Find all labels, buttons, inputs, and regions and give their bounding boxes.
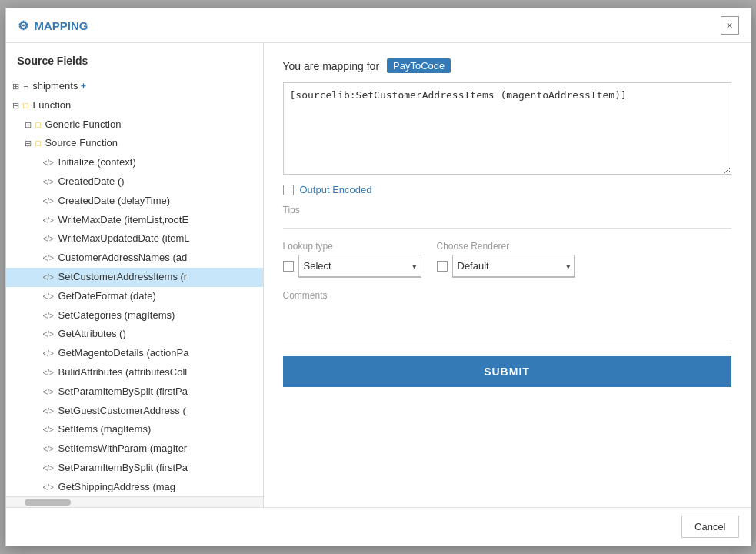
tree-item-setguestcustomeraddress[interactable]: </> SetGuestCustomerAddress ( xyxy=(6,402,263,421)
tree-item-setitemswithparam[interactable]: </> SetItemsWithParam (magIter xyxy=(6,439,263,459)
lookup-select-wrapper: Select Option 1 Option 2 xyxy=(298,255,421,278)
tag-icon-setguestcustomeraddress: </> xyxy=(43,407,54,416)
renderer-checkbox[interactable] xyxy=(437,261,448,272)
tree-item-getdateformat[interactable]: </> GetDateFormat (date) xyxy=(6,287,263,306)
mapping-for-row: You are mapping for PayToCode xyxy=(283,58,731,73)
output-encoded-checkbox[interactable] xyxy=(283,185,294,195)
tag-icon-getattributes: </> xyxy=(43,330,54,339)
collapse2-icon: ⊟ xyxy=(25,138,32,148)
tag-icon-setitems: </> xyxy=(43,426,54,434)
close-icon: × xyxy=(726,19,732,32)
tree-item-getshippingaddress[interactable]: </> GetShippingAddress (mag xyxy=(6,478,263,496)
left-panel: Source Fields ⊞ ≡ shipments + ⊟ □ Functi… xyxy=(6,43,264,507)
tag-icon-initialize: </> xyxy=(43,159,54,167)
tag-icon-createddate1: </> xyxy=(43,178,54,186)
tree-item-getmagentodetails[interactable]: </> GetMagentoDetails (actionPa xyxy=(6,344,263,363)
folder3-icon: □ xyxy=(35,138,41,148)
tree-label-customeraddressnames: CustomerAddressNames (ad xyxy=(58,252,188,263)
tree-label-getmagentodetails: GetMagentoDetails (actionPa xyxy=(58,347,189,359)
tree-item-customeraddressnames[interactable]: </> CustomerAddressNames (ad xyxy=(6,249,263,268)
tree-item-generic-function[interactable]: ⊞ □ Generic Function xyxy=(6,115,263,135)
add-icon[interactable]: + xyxy=(81,81,86,92)
tree-label-writemaxupdateddate: WriteMaxUpdatedDate (itemL xyxy=(58,232,190,244)
tag-icon-setcategories: </> xyxy=(43,312,54,320)
mapping-for-prefix: You are mapping for xyxy=(283,60,380,72)
modal-header: ⚙ MAPPING × xyxy=(6,8,751,43)
modal-title: ⚙ MAPPING xyxy=(18,18,88,33)
close-button[interactable]: × xyxy=(721,16,739,35)
tag-icon-writemaxupdateddate: </> xyxy=(43,235,54,243)
tree-item-initialize[interactable]: </> Initialize (context) xyxy=(6,153,263,172)
tree-item-setcustomeraddressitems[interactable]: </> SetCustomerAddressItems (r xyxy=(6,268,263,287)
tag-icon-setparamitembysplit1: </> xyxy=(43,388,54,396)
tree-label-setcategories: SetCategories (magItems) xyxy=(58,309,175,321)
tag-icon-setparamitembysplit2: </> xyxy=(43,464,54,472)
tag-icon-bulidattributes: </> xyxy=(43,369,54,377)
lookup-select-row: Select Option 1 Option 2 xyxy=(283,255,421,278)
tree-item-bulidattributes[interactable]: </> BulidAttributes (attributesColl xyxy=(6,363,263,382)
formula-textarea[interactable] xyxy=(283,82,731,175)
tree-label-setitemswithparam: SetItemsWithParam (magIter xyxy=(58,442,188,454)
tag-icon-createddate2: </> xyxy=(43,197,54,205)
mapping-modal: ⚙ MAPPING × Source Fields ⊞ ≡ shipments … xyxy=(5,8,751,546)
tag-icon-setcustomeraddressitems: </> xyxy=(43,273,54,282)
tree-item-writemaxdate[interactable]: </> WriteMaxDate (itemList,rootE xyxy=(6,211,263,230)
lookup-type-select[interactable]: Select Option 1 Option 2 xyxy=(298,255,421,278)
tree-label-getshippingaddress: GetShippingAddress (mag xyxy=(58,481,175,492)
cancel-button[interactable]: Cancel xyxy=(681,516,738,538)
output-encoded-row: Output Encoded xyxy=(283,184,731,195)
tree-horizontal-scrollbar[interactable] xyxy=(6,496,263,507)
tree-label-bulidattributes: BulidAttributes (attributesColl xyxy=(58,366,188,378)
folder-icon: □ xyxy=(23,101,28,110)
tree-item-shipments[interactable]: ⊞ ≡ shipments + xyxy=(6,77,263,96)
tag-icon-setitemswithparam: </> xyxy=(43,445,54,453)
tree-item-createddate2[interactable]: </> CreatedDate (delayTime) xyxy=(6,192,263,211)
tree-label-createddate2: CreatedDate (delayTime) xyxy=(58,195,170,206)
tree-item-setitems[interactable]: </> SetItems (magItems) xyxy=(6,420,263,439)
lookup-renderer-row: Lookup type Select Option 1 Option 2 xyxy=(283,241,731,278)
tree-label-createddate1: CreatedDate () xyxy=(58,175,125,187)
expand2-icon: ⊞ xyxy=(25,120,32,129)
tree-label-initialize: Initialize (context) xyxy=(58,156,136,168)
tree-item-setparamitembysplit1[interactable]: </> SetParamItemBySplit (firstPa xyxy=(6,382,263,402)
divider-1 xyxy=(283,228,731,229)
tree-item-setparamitembysplit2[interactable]: </> SetParamItemBySplit (firstPa xyxy=(6,459,263,478)
tree-label-source-function: Source Function xyxy=(45,137,118,149)
renderer-label: Choose Renderer xyxy=(437,241,575,252)
tree-label-shipments: shipments xyxy=(32,80,81,92)
tree-item-createddate1[interactable]: </> CreatedDate () xyxy=(6,172,263,192)
renderer-select[interactable]: Default Option 1 Option 2 xyxy=(452,255,575,278)
tree-label-setitems: SetItems (magItems) xyxy=(58,423,152,435)
lookup-type-checkbox[interactable] xyxy=(283,261,294,272)
collapse-icon: ⊟ xyxy=(12,101,19,110)
tree-item-writemaxupdateddate[interactable]: </> WriteMaxUpdatedDate (itemL xyxy=(6,229,263,249)
modal-title-text: MAPPING xyxy=(35,19,88,32)
output-encoded-label: Output Encoded xyxy=(300,184,372,195)
tree-label-setparamitembysplit2: SetParamItemBySplit (firstPa xyxy=(58,462,188,473)
tree-label-setparamitembysplit1: SetParamItemBySplit (firstPa xyxy=(58,385,188,397)
tree-item-getattributes[interactable]: </> GetAttributes () xyxy=(6,325,263,344)
renderer-group: Choose Renderer Default Option 1 Option … xyxy=(437,241,575,278)
tree-item-function[interactable]: ⊟ □ Function xyxy=(6,96,263,115)
comments-group: Comments xyxy=(283,290,731,342)
tree-label-function: Function xyxy=(32,99,71,111)
submit-button[interactable]: SUBMIT xyxy=(283,356,731,387)
settings-icon: ⚙ xyxy=(18,18,28,33)
tag-icon-writemaxdate: </> xyxy=(43,216,54,225)
modal-footer: Cancel xyxy=(6,507,751,546)
tree-item-setcategories[interactable]: </> SetCategories (magItems) xyxy=(6,306,263,325)
tree-label-generic-function: Generic Function xyxy=(45,118,121,130)
tag-icon-getdateformat: </> xyxy=(43,292,54,301)
tree-container[interactable]: ⊞ ≡ shipments + ⊟ □ Function ⊞ □ xyxy=(6,73,263,496)
renderer-select-row: Default Option 1 Option 2 xyxy=(437,255,575,278)
renderer-select-wrapper: Default Option 1 Option 2 xyxy=(452,255,575,278)
table-icon: ≡ xyxy=(23,82,28,91)
tree-label-setcustomeraddressitems: SetCustomerAddressItems (r xyxy=(58,271,188,282)
comments-textarea[interactable] xyxy=(283,304,731,342)
tree-label-getattributes: GetAttributes () xyxy=(58,328,126,339)
tree-label-setguestcustomeraddress: SetGuestCustomerAddress ( xyxy=(58,405,186,416)
modal-body: Source Fields ⊞ ≡ shipments + ⊟ □ Functi… xyxy=(6,43,751,507)
folder2-icon: □ xyxy=(35,120,41,129)
tree-item-source-function[interactable]: ⊟ □ Source Function xyxy=(6,134,263,153)
source-fields-header: Source Fields xyxy=(6,43,263,73)
